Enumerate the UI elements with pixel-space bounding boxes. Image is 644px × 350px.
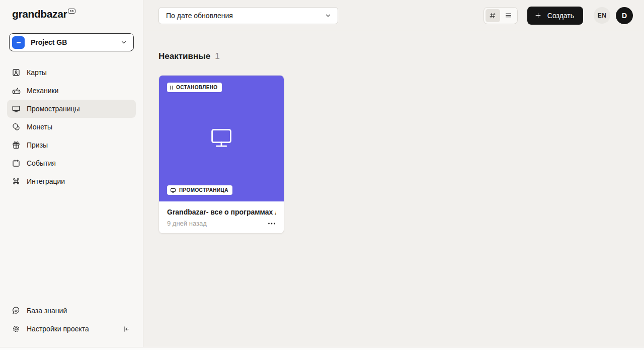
avatar[interactable]: D — [616, 7, 633, 24]
topbar-actions: Создать EN D — [484, 7, 633, 25]
sidebar-item-events[interactable]: События — [7, 154, 136, 172]
main-content: Неактивные 1 ОСТАНОВЛЕНО ПРОМОСТРАНИЦА G… — [143, 31, 644, 347]
sidebar-item-integrations[interactable]: Интеграции — [7, 172, 136, 190]
pause-icon — [170, 86, 173, 90]
card-cover: ОСТАНОВЛЕНО ПРОМОСТРАНИЦА — [159, 76, 284, 201]
gear-icon — [11, 324, 21, 334]
sidebar-item-cards[interactable]: Карты — [7, 63, 136, 82]
chat-bubble-icon — [11, 306, 21, 316]
sidebar-item-mechanics[interactable]: Механики — [7, 82, 136, 100]
collapse-sidebar-icon[interactable] — [122, 325, 131, 333]
project-icon — [12, 36, 25, 49]
coins-icon — [11, 122, 21, 132]
logo-superscript-badge-icon — [68, 9, 75, 14]
id-card-icon — [11, 67, 21, 78]
chevron-down-icon — [325, 12, 332, 19]
sidebar-item-label: Интеграции — [27, 177, 65, 185]
controller-icon — [11, 86, 21, 96]
type-badge: ПРОМОСТРАНИЦА — [167, 185, 232, 195]
sidebar-item-label: Настройки проекта — [27, 325, 89, 333]
card-title: Grandbazar- все о программах л... — [167, 208, 276, 216]
monitor-icon — [170, 187, 176, 193]
sidebar-item-label: Монеты — [27, 123, 52, 131]
logo-text: grandbazar — [12, 8, 67, 20]
sidebar-item-coins[interactable]: Монеты — [7, 118, 136, 136]
type-badge-label: ПРОМОСТРАНИЦА — [179, 187, 228, 193]
sidebar-item-knowledge-base[interactable]: База знаний — [7, 302, 136, 320]
plus-icon — [534, 12, 542, 19]
status-badge-label: ОСТАНОВЛЕНО — [176, 85, 218, 90]
sidebar-item-promopages[interactable]: Промостраницы — [7, 100, 136, 118]
logo: grandbazar — [0, 0, 143, 20]
promopage-card[interactable]: ОСТАНОВЛЕНО ПРОМОСТРАНИЦА Grandbazar- вс… — [158, 75, 284, 234]
sidebar-nav: Карты Механики Промостраницы Монеты Приз… — [0, 63, 143, 190]
sort-dropdown[interactable]: По дате обновления — [158, 7, 338, 24]
view-toggle — [484, 7, 518, 24]
avatar-initial: D — [622, 12, 627, 20]
sidebar-item-label: База знаний — [27, 307, 67, 315]
sort-dropdown-value: По дате обновления — [166, 12, 233, 20]
language-button[interactable]: EN — [594, 7, 610, 24]
project-name: Project GB — [31, 38, 67, 46]
grid-view-button[interactable] — [486, 9, 500, 22]
ellipsis-icon — [268, 222, 276, 225]
section-title: Неактивные — [158, 51, 210, 61]
create-button[interactable]: Создать — [527, 7, 583, 25]
sidebar-item-prizes[interactable]: Призы — [7, 136, 136, 154]
sidebar-item-label: Механики — [27, 87, 58, 95]
section-header: Неактивные 1 — [158, 51, 629, 61]
status-badge: ОСТАНОВЛЕНО — [167, 83, 222, 92]
gift-icon — [11, 140, 21, 150]
monitor-icon — [11, 104, 21, 114]
sidebar-item-label: События — [27, 159, 56, 167]
card-menu-button[interactable] — [266, 220, 278, 227]
sidebar-item-project-settings[interactable]: Настройки проекта — [7, 320, 136, 338]
top-bar: По дате обновления Создать EN D — [143, 0, 644, 31]
chevron-down-icon — [120, 39, 127, 46]
sidebar: grandbazar Project GB Карты Механики Про… — [0, 0, 143, 347]
project-selector[interactable]: Project GB — [9, 33, 134, 51]
list-view-button[interactable] — [501, 9, 516, 22]
window-bottom-edge — [0, 347, 644, 350]
sidebar-item-label: Призы — [27, 141, 48, 149]
sidebar-item-label: Карты — [27, 68, 47, 77]
sidebar-bottom-nav: База знаний Настройки проекта — [0, 302, 143, 347]
sidebar-item-label: Промостраницы — [27, 105, 80, 113]
calendar-icon — [11, 158, 21, 168]
section-count: 1 — [215, 51, 219, 61]
card-footer: Grandbazar- все о программах л... 9 дней… — [159, 201, 284, 233]
create-button-label: Создать — [547, 12, 574, 20]
card-updated: 9 дней назад — [167, 220, 276, 227]
monitor-icon — [208, 126, 234, 151]
command-icon — [11, 176, 21, 186]
